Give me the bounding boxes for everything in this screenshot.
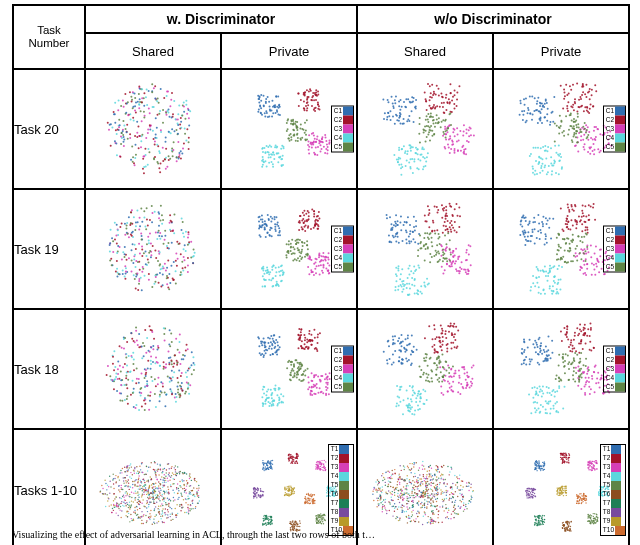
svg-point-1051 bbox=[538, 156, 540, 158]
svg-point-2939 bbox=[454, 333, 456, 335]
svg-point-5196 bbox=[408, 497, 409, 498]
svg-point-3207 bbox=[529, 358, 531, 360]
svg-point-2263 bbox=[581, 236, 583, 238]
svg-point-924 bbox=[582, 91, 584, 93]
svg-point-1801 bbox=[459, 215, 461, 217]
svg-point-1315 bbox=[159, 272, 161, 274]
svg-point-1986 bbox=[425, 244, 427, 246]
svg-point-4622 bbox=[260, 488, 261, 489]
svg-point-5248 bbox=[417, 482, 418, 483]
svg-point-2010 bbox=[519, 234, 521, 236]
svg-point-2924 bbox=[386, 359, 388, 361]
svg-point-2069 bbox=[539, 238, 541, 240]
svg-point-2785 bbox=[271, 392, 273, 394]
svg-point-116 bbox=[129, 133, 131, 135]
svg-point-1818 bbox=[434, 206, 436, 208]
svg-point-4940 bbox=[471, 495, 472, 496]
svg-point-3912 bbox=[136, 486, 137, 487]
panel bbox=[357, 189, 493, 309]
svg-point-5285 bbox=[452, 488, 453, 489]
svg-point-2681 bbox=[304, 339, 306, 341]
svg-point-2861 bbox=[300, 363, 302, 365]
svg-point-1533 bbox=[315, 222, 317, 224]
svg-point-1602 bbox=[268, 279, 270, 281]
svg-point-4339 bbox=[319, 462, 320, 463]
svg-point-3502 bbox=[159, 513, 160, 514]
svg-point-5393 bbox=[425, 493, 426, 494]
svg-point-1683 bbox=[292, 246, 294, 248]
svg-point-4080 bbox=[102, 488, 103, 489]
svg-point-3110 bbox=[435, 368, 437, 370]
svg-point-5750 bbox=[591, 515, 592, 516]
svg-point-2110 bbox=[570, 204, 572, 206]
svg-point-1628 bbox=[272, 286, 274, 288]
svg-point-3754 bbox=[176, 504, 177, 505]
svg-point-5151 bbox=[389, 481, 390, 482]
svg-point-2460 bbox=[133, 388, 135, 390]
svg-point-1247 bbox=[155, 276, 157, 278]
svg-point-5902 bbox=[527, 488, 528, 489]
svg-point-2336 bbox=[162, 386, 164, 388]
svg-point-1241 bbox=[147, 225, 149, 227]
svg-point-5056 bbox=[454, 504, 455, 505]
svg-point-3844 bbox=[145, 473, 146, 474]
svg-point-5385 bbox=[412, 506, 413, 507]
svg-point-1732 bbox=[405, 229, 407, 231]
svg-point-1014 bbox=[587, 139, 589, 141]
svg-point-1254 bbox=[140, 208, 142, 210]
svg-point-1369 bbox=[131, 260, 133, 262]
svg-point-6001 bbox=[559, 494, 560, 495]
svg-point-54 bbox=[138, 93, 140, 95]
svg-point-5139 bbox=[427, 504, 428, 505]
svg-point-1306 bbox=[119, 226, 121, 228]
svg-point-958 bbox=[563, 88, 565, 90]
svg-point-4003 bbox=[186, 473, 187, 474]
svg-point-3904 bbox=[145, 515, 146, 516]
svg-point-4121 bbox=[141, 520, 142, 521]
svg-point-2690 bbox=[297, 347, 299, 349]
svg-point-2572 bbox=[146, 385, 148, 387]
svg-point-1758 bbox=[417, 243, 419, 245]
svg-point-1380 bbox=[137, 221, 139, 223]
svg-point-3831 bbox=[188, 508, 189, 509]
svg-point-3520 bbox=[107, 485, 108, 486]
svg-point-2504 bbox=[127, 379, 129, 381]
svg-point-2577 bbox=[181, 372, 183, 374]
svg-point-3755 bbox=[116, 481, 117, 482]
svg-point-229 bbox=[158, 113, 160, 115]
svg-point-5054 bbox=[397, 484, 398, 485]
svg-point-571 bbox=[393, 107, 395, 109]
svg-point-637 bbox=[453, 107, 455, 109]
svg-point-2488 bbox=[144, 386, 146, 388]
svg-point-5382 bbox=[460, 489, 461, 490]
svg-point-2782 bbox=[262, 405, 264, 407]
svg-point-2227 bbox=[552, 290, 554, 292]
svg-point-1385 bbox=[141, 289, 143, 291]
svg-point-5402 bbox=[439, 487, 440, 488]
svg-point-1874 bbox=[452, 252, 454, 254]
svg-point-1793 bbox=[424, 214, 426, 216]
svg-point-1415 bbox=[162, 274, 164, 276]
svg-point-2436 bbox=[113, 369, 115, 371]
svg-point-1342 bbox=[150, 254, 152, 256]
svg-point-610 bbox=[396, 119, 398, 121]
svg-point-3707 bbox=[141, 503, 142, 504]
svg-point-5257 bbox=[459, 474, 460, 475]
svg-point-6033 bbox=[579, 503, 580, 504]
svg-point-1059 bbox=[553, 159, 555, 161]
svg-point-1715 bbox=[388, 235, 390, 237]
svg-point-5287 bbox=[379, 499, 380, 500]
svg-point-1339 bbox=[157, 260, 159, 262]
svg-point-2493 bbox=[126, 364, 128, 366]
svg-point-4110 bbox=[146, 503, 147, 504]
svg-point-1673 bbox=[288, 244, 290, 246]
svg-point-35 bbox=[180, 121, 182, 123]
svg-point-4022 bbox=[121, 498, 122, 499]
svg-point-1987 bbox=[427, 236, 429, 238]
svg-point-1720 bbox=[409, 224, 411, 226]
svg-point-460 bbox=[262, 156, 264, 158]
svg-point-1148 bbox=[567, 134, 569, 136]
svg-point-5236 bbox=[414, 473, 415, 474]
svg-point-5391 bbox=[422, 505, 423, 506]
svg-point-2335 bbox=[159, 400, 161, 402]
